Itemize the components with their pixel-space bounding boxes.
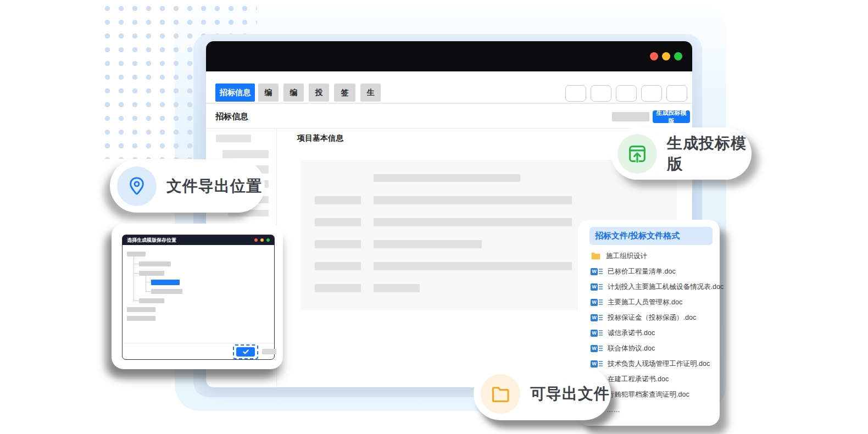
form-skeleton-value	[374, 174, 520, 182]
window-titlebar	[206, 41, 692, 71]
file-item[interactable]: W 主要施工人员管理标.doc	[578, 294, 720, 310]
callout-exportable-files: 可导出文件	[474, 367, 611, 420]
toolbar-button-4[interactable]	[641, 85, 662, 102]
callout-label: 生成投标模版	[667, 133, 752, 175]
file-item-label: 联合体协议.doc	[608, 344, 655, 353]
sidebar-skeleton-2	[222, 150, 269, 158]
form-skeleton-value	[374, 262, 572, 270]
toolbar-button-3[interactable]	[616, 85, 637, 102]
zoom-button[interactable]	[674, 52, 682, 60]
form-skeleton-value	[374, 240, 482, 248]
tab-3[interactable]: 编	[283, 84, 304, 102]
dialog-titlebar: 选择生成模版保存位置	[123, 235, 274, 245]
header-divider	[206, 128, 692, 129]
callout-generate-template: 生成投标模版	[611, 127, 752, 180]
file-item-folder[interactable]: 施工组织设计	[578, 248, 720, 264]
header-placeholder	[612, 112, 649, 121]
tab-bid-info[interactable]: 招标信息	[215, 84, 255, 102]
file-item[interactable]: W 已标价工程量清单.doc	[578, 264, 720, 279]
word-doc-icon: W	[591, 360, 603, 368]
word-doc-icon: W	[591, 283, 603, 291]
callout-icon-circle	[117, 166, 157, 206]
dialog-card: 选择生成模版保存位置	[112, 224, 283, 369]
file-item[interactable]: W 计划投入主要施工机械设备情况表.doc	[578, 279, 720, 294]
file-item-label: 已标价工程量清单.doc	[608, 267, 676, 276]
dialog-footer-divider	[123, 343, 274, 343]
toolbar-button-5[interactable]	[666, 85, 687, 102]
tree-connector	[133, 301, 139, 301]
form-skeleton-label	[315, 284, 361, 292]
form-skeleton-value	[374, 284, 420, 292]
dialog-zoom-button[interactable]	[266, 238, 270, 242]
word-doc-icon: W	[591, 314, 603, 321]
tree-node[interactable]	[139, 261, 171, 266]
file-item[interactable]: W 投标保证金（投标保函）.doc	[578, 310, 720, 325]
file-item[interactable]: W 技术负责人现场管理工作证明.doc	[578, 356, 720, 371]
minimize-button[interactable]	[662, 52, 670, 60]
callout-label: 文件导出位置	[166, 176, 262, 197]
form-skeleton-label	[315, 262, 361, 270]
tree-connector	[146, 276, 146, 291]
dialog-minimize-button[interactable]	[260, 238, 264, 242]
tab-6[interactable]: 生	[360, 84, 381, 102]
toolbar-button-1[interactable]	[565, 85, 586, 102]
tree-node-selected[interactable]	[151, 280, 180, 285]
tree-connector	[133, 264, 139, 264]
location-pin-icon	[126, 176, 147, 197]
file-item-label: 主要施工人员管理标.doc	[608, 298, 682, 307]
tab-5[interactable]: 签	[334, 84, 355, 102]
confirm-button[interactable]	[236, 347, 255, 357]
word-doc-icon: W	[591, 330, 603, 337]
check-icon	[243, 349, 249, 354]
callout-icon-circle	[481, 374, 520, 414]
tree-node[interactable]	[139, 298, 164, 303]
file-item-label: 诚信承诺书.doc	[608, 329, 655, 338]
form-skeleton-label	[315, 196, 361, 204]
save-location-dialog: 选择生成模版保存位置	[122, 235, 275, 360]
callout-label: 可导出文件	[530, 383, 610, 404]
traffic-lights	[643, 41, 687, 71]
tree-node[interactable]	[127, 307, 155, 312]
page-title: 招标信息	[215, 112, 248, 122]
tab-4[interactable]: 投	[309, 84, 329, 102]
tree-connector	[146, 282, 151, 282]
cancel-button-placeholder[interactable]	[262, 349, 276, 354]
tree-connector	[133, 273, 139, 274]
file-item-label: 技术负责人现场管理工作证明.doc	[608, 359, 710, 369]
generate-template-button[interactable]: 生成投标模版	[653, 110, 690, 123]
page: 招标信息 编 编 投 签 生 招标信息 生成投标模版 项目基本信息	[0, 0, 868, 434]
form-skeleton-value	[374, 196, 572, 204]
file-item-label: 施工组织设计	[606, 252, 647, 261]
folder-icon	[591, 252, 601, 260]
callout-icon-circle	[617, 134, 657, 174]
form-skeleton-label	[315, 218, 361, 226]
folder-outline-icon	[490, 383, 511, 404]
word-doc-icon: W	[591, 268, 603, 275]
template-export-icon	[626, 143, 648, 165]
dialog-title: 选择生成模版保存位置	[127, 237, 176, 244]
word-doc-icon: W	[591, 299, 603, 306]
close-button[interactable]	[650, 52, 658, 60]
file-item-label: 在建工程承诺书.doc	[608, 375, 669, 384]
sidebar-skeleton-1	[216, 135, 251, 142]
form-skeleton-value	[374, 218, 572, 226]
dialog-close-button[interactable]	[254, 238, 258, 242]
section-title: 项目基本信息	[297, 133, 343, 143]
file-item[interactable]: W 联合体协议.doc	[578, 341, 720, 356]
file-item[interactable]: W 诚信承诺书.doc	[578, 325, 720, 341]
file-item-label: 行贿犯罪档案查询证明.doc	[608, 390, 689, 399]
toolbar-button-2[interactable]	[591, 85, 611, 102]
tab-2[interactable]: 编	[258, 84, 279, 102]
file-item-label: ……	[607, 406, 620, 414]
tree-connector	[146, 291, 151, 292]
form-skeleton-label	[315, 240, 361, 248]
tree-node[interactable]	[151, 289, 182, 294]
file-format-panel-title: 招标文件/投标文件格式	[589, 227, 713, 245]
tabbar-divider	[206, 103, 692, 104]
tree-root-node[interactable]	[127, 252, 146, 257]
file-item-label: 计划投入主要施工机械设备情况表.doc	[608, 282, 724, 292]
file-item-label: 投标保证金（投标保函）.doc	[608, 313, 696, 322]
word-doc-icon: W	[591, 345, 603, 352]
tree-node[interactable]	[127, 316, 155, 321]
tree-node[interactable]	[139, 271, 164, 276]
